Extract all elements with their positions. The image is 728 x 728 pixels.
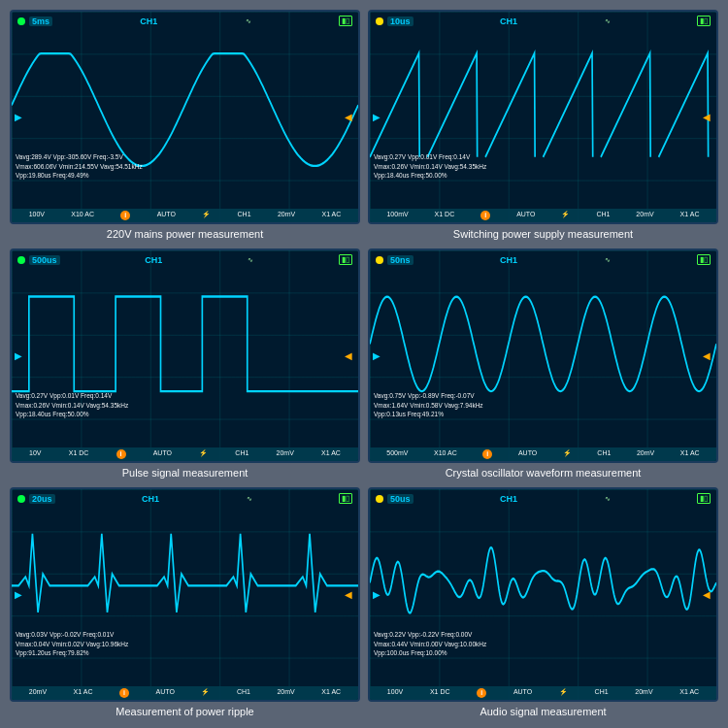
footer-mv: 20mV: [637, 449, 654, 459]
cell-caption-2: Pulse signal measurement: [122, 466, 248, 480]
channel-label: CH1: [140, 17, 157, 26]
cell-caption-4: Measurement of power ripple: [116, 705, 253, 718]
channel-arrow: ▶: [373, 589, 381, 600]
oscilloscope-cell-4: 20us CH1 ∿ ▮▯ ▶◀Vavg:0.03V Vpp:-0.02V Fr…: [10, 487, 360, 718]
channel-arrow: ▶: [15, 589, 22, 600]
status-dot: [17, 17, 25, 25]
oscilloscope-cell-0: 5ms CH1 ∿ ▮▯ ▶◀Vavg:289.4V Vpp:-305.60V …: [10, 10, 360, 241]
info-icon: i: [120, 211, 130, 220]
lightning-icon: ⚡: [201, 688, 210, 698]
channel-arrow: ▶: [15, 112, 22, 122]
footer-ch: CH1: [595, 688, 609, 698]
scope-screen-0: 5ms CH1 ∿ ▮▯ ▶◀Vavg:289.4V Vpp:-305.60V …: [10, 10, 360, 224]
measurement-line: Vpp:100.0us Freq:10.00%: [374, 648, 486, 657]
measurement-data-0: Vavg:289.4V Vpp:-305.60V Freq:-3.5VVmax:…: [16, 152, 143, 179]
footer-x1: X1 AC: [679, 688, 699, 698]
footer-x1: X1 AC: [680, 211, 700, 220]
timebase-label: 10us: [387, 17, 414, 26]
info-icon: i: [482, 449, 492, 459]
footer-mv: 20mV: [635, 688, 652, 698]
footer-scale: 100V: [387, 688, 403, 698]
cell-caption-3: Crystal oscillator waveform measurement: [446, 466, 642, 480]
footer-x1: X1 AC: [680, 449, 700, 459]
channel-arrow: ▶: [15, 350, 22, 361]
measurement-line: Vavg:289.4V Vpp:-305.60V Freq:-3.5V: [16, 152, 143, 161]
oscilloscope-cell-1: 10us CH1 ∿ ▮▯ ▶◀Vavg:0.27V Vpp:0.01V Fre…: [368, 10, 718, 241]
scope-footer-1: 100mV X1 DC i AUTO ⚡ CH1 20mV X1 AC: [370, 209, 716, 222]
status-dot: [376, 495, 383, 503]
lightning-icon: ⚡: [561, 211, 570, 220]
scope-header-4: 20us CH1 ∿ ▮▯: [12, 493, 358, 504]
measurement-line: Vavg:0.03V Vpp:-0.02V Freq:0.01V: [16, 630, 128, 639]
measurement-line: Vmax:0.44V Vmin:0.00V Vavg:10.00kHz: [374, 640, 486, 648]
measurement-data-2: Vavg:0.27V Vpp:0.01V Freq:0.14VVmax:0.26…: [16, 391, 128, 417]
measurement-line: Vpp:0.13us Freq:49.21%: [374, 410, 483, 418]
timebase-label: 50ns: [387, 255, 414, 265]
trigger-arrow: ◀: [345, 112, 352, 122]
status-dot: [17, 495, 25, 503]
scope-screen-2: 500us CH1 ∿ ▮▯ ▶◀Vavg:0.27V Vpp:0.01V Fr…: [10, 248, 360, 463]
footer-probe: X10 AC: [71, 211, 94, 220]
battery-icon: ▮▯: [697, 254, 711, 265]
scope-screen-3: 50ns CH1 ∿ ▮▯ ▶◀Vavg:0.75V Vpp:-0.89V Fr…: [368, 248, 718, 463]
channel-label: CH1: [500, 494, 517, 504]
measurement-data-4: Vavg:0.03V Vpp:-0.02V Freq:0.01VVmax:0.0…: [16, 630, 128, 656]
footer-auto: AUTO: [516, 211, 535, 220]
trigger-arrow: ◀: [345, 350, 352, 361]
scope-header-1: 10us CH1 ∿ ▮▯: [370, 16, 716, 26]
footer-mv: 20mV: [636, 211, 653, 220]
info-icon: i: [480, 211, 490, 220]
scope-screen-4: 20us CH1 ∿ ▮▯ ▶◀Vavg:0.03V Vpp:-0.02V Fr…: [10, 487, 360, 702]
footer-auto: AUTO: [513, 688, 532, 698]
scope-footer-0: 100V X10 AC i AUTO ⚡ CH1 20mV X1 AC: [12, 209, 358, 222]
footer-probe: X10 AC: [434, 449, 457, 459]
waveform-mini: ∿: [246, 17, 251, 25]
measurement-data-1: Vavg:0.27V Vpp:0.01V Freq:0.14VVmax:0.26…: [374, 152, 486, 179]
lightning-icon: ⚡: [559, 688, 568, 698]
footer-scale: 100V: [29, 211, 45, 220]
cell-caption-5: Audio signal measurement: [480, 705, 606, 718]
footer-x1: X1 AC: [321, 688, 341, 698]
scope-footer-4: 20mV X1 AC i AUTO ⚡ CH1 20mV X1 AC: [12, 686, 358, 700]
measurement-line: Vmax:606.06V Vmin:214.55V Vavg:54.51kHz: [16, 162, 143, 171]
lightning-icon: ⚡: [199, 449, 208, 459]
measurement-line: Vavg:0.75V Vpp:-0.89V Freq:-0.07V: [374, 391, 483, 400]
scope-header-5: 50us CH1 ∿ ▮▯: [370, 493, 716, 504]
measurement-line: Vavg:0.27V Vpp:0.01V Freq:0.14V: [16, 391, 128, 400]
footer-ch: CH1: [237, 688, 250, 698]
footer-ch: CH1: [596, 211, 610, 220]
footer-ch: CH1: [235, 449, 248, 459]
info-icon: i: [116, 449, 126, 459]
measurement-line: Vavg:0.22V Vpp:-0.22V Freq:0.00V: [374, 630, 486, 639]
footer-ch: CH1: [597, 449, 611, 459]
lightning-icon: ⚡: [563, 449, 572, 459]
measurement-data-5: Vavg:0.22V Vpp:-0.22V Freq:0.00VVmax:0.4…: [374, 630, 486, 656]
info-icon: i: [477, 688, 486, 698]
footer-ch: CH1: [238, 211, 251, 220]
cell-caption-1: Switching power supply measurement: [453, 227, 633, 241]
footer-auto: AUTO: [157, 211, 176, 220]
timebase-label: 500us: [29, 255, 60, 265]
timebase-label: 50us: [387, 494, 414, 504]
footer-auto: AUTO: [518, 449, 537, 459]
scope-header-2: 500us CH1 ∿ ▮▯: [12, 254, 358, 265]
trigger-arrow: ◀: [703, 589, 711, 600]
waveform-mini: ∿: [605, 256, 611, 264]
scope-footer-2: 10V X1 DC i AUTO ⚡ CH1 20mV X1 AC: [12, 447, 358, 461]
channel-label: CH1: [145, 255, 162, 265]
footer-probe: X1 DC: [69, 449, 89, 459]
trigger-arrow: ◀: [703, 112, 711, 122]
lightning-icon: ⚡: [202, 211, 211, 220]
scope-screen-5: 50us CH1 ∿ ▮▯ ▶◀Vavg:0.22V Vpp:-0.22V Fr…: [368, 487, 718, 702]
timebase-label: 5ms: [29, 17, 52, 26]
footer-x1: X1 AC: [321, 211, 341, 220]
status-dot: [376, 17, 383, 25]
scope-header-0: 5ms CH1 ∿ ▮▯: [12, 16, 358, 26]
measurement-line: Vmax:0.04V Vmin:0.02V Vavg:10.96kHz: [16, 640, 128, 648]
scope-header-3: 50ns CH1 ∿ ▮▯: [370, 254, 716, 265]
measurement-line: Vpp:91.20us Freq:79.82%: [16, 648, 128, 657]
waveform-mini: ∿: [605, 495, 611, 503]
trigger-arrow: ◀: [703, 350, 711, 361]
battery-icon: ▮▯: [339, 493, 352, 504]
measurement-line: Vavg:0.27V Vpp:0.01V Freq:0.14V: [374, 152, 486, 161]
